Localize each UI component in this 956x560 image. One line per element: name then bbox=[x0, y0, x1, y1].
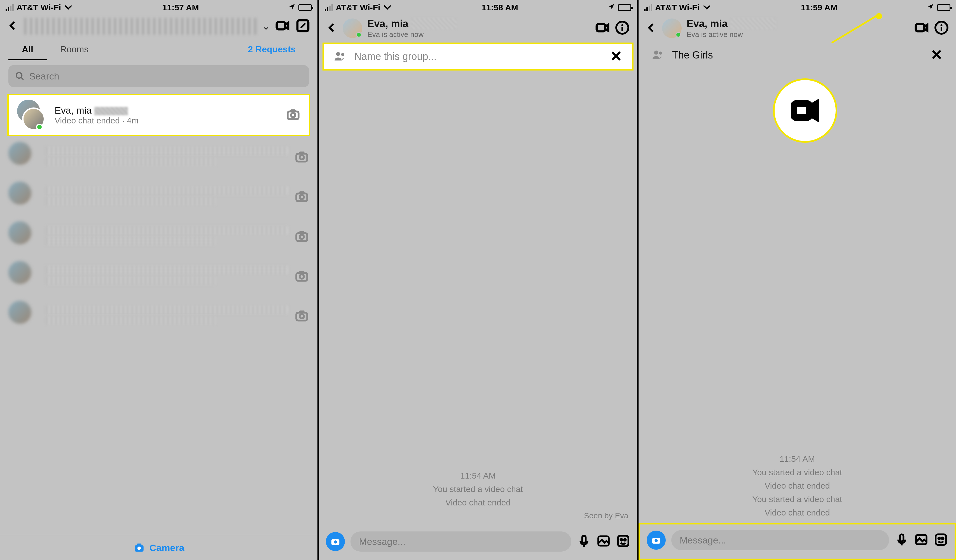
camera-icon[interactable] bbox=[294, 308, 309, 324]
chat-body[interactable]: 11:54 AM You started a video chat Video … bbox=[319, 72, 637, 526]
svg-point-33 bbox=[624, 539, 626, 541]
conversation-item-redacted[interactable] bbox=[0, 296, 318, 336]
chat-subtitle: Eva is active now bbox=[687, 30, 910, 39]
svg-rect-21 bbox=[621, 27, 623, 31]
system-msg: You started a video chat bbox=[752, 494, 842, 504]
composer-camera-button[interactable] bbox=[326, 532, 345, 551]
name-group-placeholder[interactable]: Name this group... bbox=[354, 51, 602, 63]
composer-camera-button[interactable] bbox=[647, 530, 666, 550]
mic-icon[interactable] bbox=[577, 534, 591, 549]
svg-rect-37 bbox=[940, 27, 942, 31]
tab-rooms[interactable]: Rooms bbox=[47, 39, 102, 60]
location-icon bbox=[288, 3, 296, 12]
chat-subtitle: Eva is active now bbox=[367, 30, 590, 39]
info-button[interactable] bbox=[615, 20, 630, 36]
svg-point-36 bbox=[940, 24, 943, 26]
info-button[interactable] bbox=[934, 20, 949, 36]
svg-rect-45 bbox=[900, 534, 904, 541]
gallery-icon[interactable] bbox=[914, 533, 928, 548]
back-button[interactable] bbox=[646, 22, 657, 35]
chat-title[interactable]: Eva, mia bbox=[687, 18, 728, 30]
msg-timestamp: 11:54 AM bbox=[779, 454, 815, 464]
people-icon bbox=[334, 51, 346, 62]
screen-chat-video-callout: AT&T Wi-Fi 11:59 AM Eva, mia Eva is acti… bbox=[638, 0, 956, 560]
svg-rect-28 bbox=[582, 536, 586, 543]
conversation-item-redacted[interactable] bbox=[0, 137, 318, 177]
active-dot-icon bbox=[356, 32, 362, 38]
conversation-item-redacted[interactable] bbox=[0, 217, 318, 257]
status-bar: AT&T Wi-Fi 11:58 AM bbox=[319, 0, 637, 15]
camera-icon[interactable] bbox=[286, 107, 300, 123]
camera-icon[interactable] bbox=[294, 229, 309, 245]
svg-point-27 bbox=[334, 540, 337, 543]
wifi-icon bbox=[383, 2, 392, 13]
cell-signal-icon bbox=[644, 4, 652, 11]
group-name-row: The Girls bbox=[642, 42, 953, 68]
system-msg: Video chat ended bbox=[764, 508, 830, 518]
inbox-tabs: All Rooms 2 Requests bbox=[0, 39, 318, 60]
camera-icon[interactable] bbox=[294, 189, 309, 205]
search-icon bbox=[15, 71, 25, 81]
tab-requests[interactable]: 2 Requests bbox=[234, 39, 309, 60]
camera-icon[interactable] bbox=[294, 269, 309, 284]
svg-point-22 bbox=[336, 52, 340, 56]
camera-footer-label: Camera bbox=[149, 542, 184, 553]
battery-icon bbox=[299, 4, 312, 11]
svg-rect-0 bbox=[277, 22, 285, 30]
video-call-button[interactable] bbox=[275, 19, 290, 34]
redacted-names bbox=[731, 19, 776, 29]
chat-avatar[interactable] bbox=[343, 19, 362, 38]
message-input[interactable] bbox=[671, 530, 889, 550]
gallery-icon[interactable] bbox=[597, 534, 610, 549]
svg-point-39 bbox=[659, 52, 662, 55]
search-input[interactable]: Search bbox=[8, 65, 309, 87]
svg-point-20 bbox=[621, 24, 623, 26]
tab-all[interactable]: All bbox=[8, 39, 47, 60]
sticker-icon[interactable] bbox=[616, 534, 630, 549]
inbox-header: ⌄ bbox=[0, 15, 318, 39]
close-button[interactable] bbox=[931, 49, 943, 61]
close-button[interactable] bbox=[610, 50, 622, 63]
back-button[interactable] bbox=[7, 20, 19, 33]
camera-icon[interactable] bbox=[294, 149, 309, 165]
svg-point-13 bbox=[300, 275, 304, 279]
message-input[interactable] bbox=[351, 532, 571, 552]
conversation-item-redacted[interactable] bbox=[0, 257, 318, 296]
svg-rect-34 bbox=[916, 24, 924, 31]
clock: 11:58 AM bbox=[481, 3, 518, 12]
compose-button[interactable] bbox=[296, 19, 310, 34]
chevron-down-icon[interactable]: ⌄ bbox=[262, 21, 270, 32]
video-call-button[interactable] bbox=[596, 20, 610, 36]
camera-footer-button[interactable]: Camera bbox=[0, 535, 318, 560]
mic-icon[interactable] bbox=[895, 533, 909, 548]
status-bar: AT&T Wi-Fi 11:59 AM bbox=[638, 0, 956, 15]
conversation-item-redacted[interactable] bbox=[0, 177, 318, 217]
cell-signal-icon bbox=[325, 4, 333, 11]
svg-point-5 bbox=[291, 113, 296, 117]
search-placeholder: Search bbox=[29, 71, 59, 82]
svg-rect-18 bbox=[597, 24, 605, 31]
conversation-item[interactable]: Eva, mia Video chat ended · 4m bbox=[7, 94, 310, 136]
group-name-label[interactable]: The Girls bbox=[672, 49, 923, 61]
clock: 11:59 AM bbox=[801, 3, 838, 12]
chat-title[interactable]: Eva, mia bbox=[367, 18, 408, 30]
system-msg: Video chat ended bbox=[445, 498, 511, 507]
status-bar: AT&T Wi-Fi 11:57 AM bbox=[0, 0, 318, 15]
svg-point-9 bbox=[300, 195, 304, 199]
name-group-bar[interactable]: Name this group... bbox=[322, 42, 633, 71]
system-msg: You started a video chat bbox=[433, 485, 523, 494]
location-icon bbox=[608, 3, 615, 12]
sticker-icon[interactable] bbox=[934, 533, 948, 548]
clock: 11:57 AM bbox=[162, 3, 199, 12]
back-button[interactable] bbox=[326, 22, 338, 35]
screen-dm-list: AT&T Wi-Fi 11:57 AM ⌄ All Rooms 2 Reques… bbox=[0, 0, 318, 560]
svg-point-17 bbox=[137, 547, 141, 550]
account-name-redacted[interactable] bbox=[24, 18, 256, 35]
redacted-names bbox=[412, 19, 456, 29]
location-icon bbox=[927, 3, 934, 12]
camera-icon bbox=[133, 542, 145, 554]
wifi-icon bbox=[64, 2, 73, 13]
video-call-button[interactable] bbox=[915, 20, 929, 36]
chat-avatar[interactable] bbox=[662, 19, 682, 38]
conversation-list[interactable]: Eva, mia Video chat ended · 4m bbox=[0, 93, 318, 535]
